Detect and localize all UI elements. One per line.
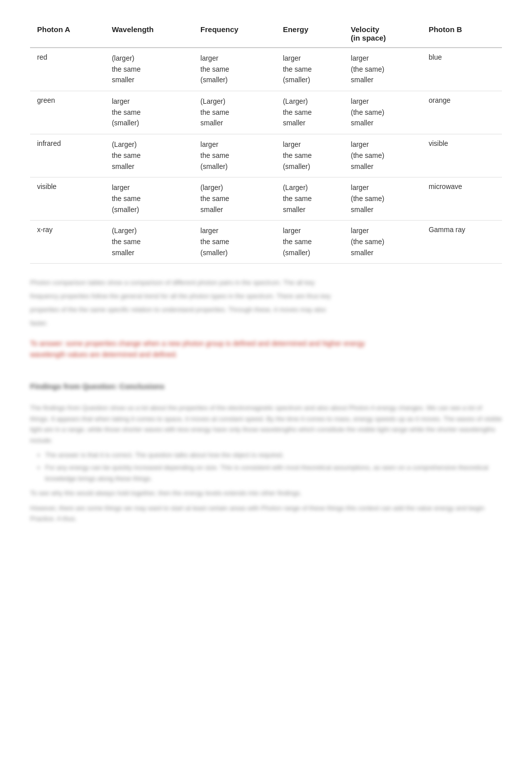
red-blurred-paragraph: To answer: some properties change when a… bbox=[30, 338, 502, 360]
cell-energy: largerthe same(smaller) bbox=[276, 48, 344, 91]
table-row: infrared(Larger)the samesmallerlargerthe… bbox=[30, 134, 502, 177]
cell-photon-a: red bbox=[30, 48, 105, 91]
cell-velocity: larger(the same)smaller bbox=[344, 134, 421, 177]
cell-velocity: larger(the same)smaller bbox=[344, 177, 421, 221]
cell-energy: largerthe same(smaller) bbox=[276, 134, 344, 177]
cell-velocity: larger(the same)smaller bbox=[344, 91, 421, 134]
blurred-paragraph-1: Photon comparison tables show a comparis… bbox=[30, 278, 502, 328]
table-row: red(larger)the samesmallerlargerthe same… bbox=[30, 48, 502, 91]
cell-photon-b: visible bbox=[422, 134, 502, 177]
cell-wavelength: largerthe same(smaller) bbox=[105, 91, 193, 134]
table-row: visiblelargerthe same(smaller)(larger)th… bbox=[30, 177, 502, 221]
cell-frequency: largerthe same(smaller) bbox=[193, 48, 276, 91]
cell-frequency: (larger)the samesmaller bbox=[193, 177, 276, 221]
table-row: x-ray(Larger)the samesmallerlargerthe sa… bbox=[30, 221, 502, 264]
cell-energy: (Larger)the samesmaller bbox=[276, 177, 344, 221]
cell-wavelength: (Larger)the samesmaller bbox=[105, 221, 193, 264]
col-header-frequency: Frequency bbox=[193, 20, 276, 48]
cell-frequency: largerthe same(smaller) bbox=[193, 134, 276, 177]
section-heading: Findings from Question: Conclusions bbox=[30, 382, 502, 391]
col-header-energy: Energy bbox=[276, 20, 344, 48]
blurred-body-text: The findings from Question show us a lot… bbox=[30, 403, 502, 524]
cell-velocity: larger(the same)smaller bbox=[344, 48, 421, 91]
cell-photon-b: orange bbox=[422, 91, 502, 134]
cell-photon-a: visible bbox=[30, 177, 105, 221]
col-header-photon-b: Photon B bbox=[422, 20, 502, 48]
cell-energy: largerthe same(smaller) bbox=[276, 221, 344, 264]
col-header-velocity: Velocity(in space) bbox=[344, 20, 421, 48]
table-row: greenlargerthe same(smaller)(Larger)the … bbox=[30, 91, 502, 134]
col-header-photon-a: Photon A bbox=[30, 20, 105, 48]
cell-wavelength: (Larger)the samesmaller bbox=[105, 134, 193, 177]
cell-photon-a: infrared bbox=[30, 134, 105, 177]
cell-photon-b: microwave bbox=[422, 177, 502, 221]
cell-photon-b: Gamma ray bbox=[422, 221, 502, 264]
cell-photon-a: x-ray bbox=[30, 221, 105, 264]
cell-photon-a: green bbox=[30, 91, 105, 134]
cell-wavelength: largerthe same(smaller) bbox=[105, 177, 193, 221]
cell-energy: (Larger)the samesmaller bbox=[276, 91, 344, 134]
cell-velocity: larger(the same)smaller bbox=[344, 221, 421, 264]
cell-frequency: largerthe same(smaller) bbox=[193, 221, 276, 264]
cell-photon-b: blue bbox=[422, 48, 502, 91]
spacer-1 bbox=[30, 372, 502, 382]
spacer-2 bbox=[30, 398, 502, 403]
col-header-wavelength: Wavelength bbox=[105, 20, 193, 48]
cell-frequency: (Larger)the samesmaller bbox=[193, 91, 276, 134]
comparison-table: Photon A Wavelength Frequency Energy Vel… bbox=[30, 20, 502, 264]
cell-wavelength: (larger)the samesmaller bbox=[105, 48, 193, 91]
